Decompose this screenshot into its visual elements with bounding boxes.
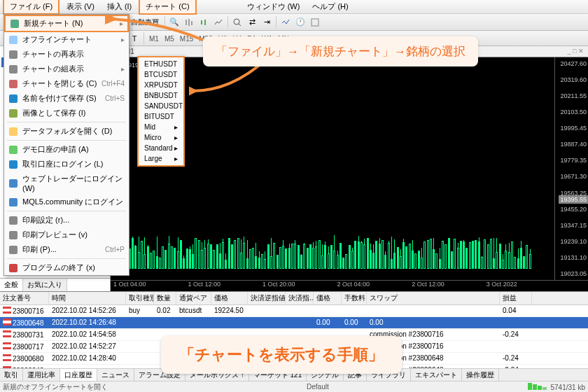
cell: 23800717: [0, 341, 49, 352]
terminal-tab[interactable]: 操作履歴: [462, 369, 499, 381]
symbol-item[interactable]: ETHUSDT: [139, 59, 183, 69]
menu-item[interactable]: 新規チャート (N)▸: [4, 15, 129, 32]
tab-favorites[interactable]: お気に入り: [23, 279, 67, 291]
menu-icon: [8, 178, 18, 188]
menu-item[interactable]: 名前を付けて保存 (S)Ctrl+S: [4, 91, 129, 106]
svg-rect-31: [533, 384, 537, 390]
symbol-item[interactable]: SANDUSDT: [139, 101, 183, 111]
column-header[interactable]: 決済逆指値(...: [248, 292, 286, 304]
menu-item[interactable]: 画像として保存 (I): [4, 106, 129, 120]
symbol-group[interactable]: Micro▸: [139, 132, 183, 143]
cell: buy: [126, 305, 154, 316]
menu-item[interactable]: 取引口座にログイン (L): [4, 157, 129, 172]
shift-icon[interactable]: ⇥: [260, 15, 274, 29]
cell: [314, 305, 342, 316]
zoom-in-button[interactable]: 🔍: [167, 15, 181, 29]
column-header[interactable]: 通貨ペア: [176, 292, 211, 304]
terminal-tab[interactable]: ニュース: [97, 369, 134, 381]
file-dropdown[interactable]: 新規チャート (N)▸オフラインチャート▸チャートの再表示チャートの組表示▸チャ…: [4, 14, 130, 276]
timeframe-M5[interactable]: M5: [162, 34, 177, 44]
column-header[interactable]: 時間: [49, 292, 126, 304]
menu-view[interactable]: 表示 (V): [61, 0, 100, 13]
cell: [211, 317, 248, 328]
menu-icon: [10, 19, 20, 29]
menu-item[interactable]: チャートの再表示: [4, 47, 129, 62]
cell: 23800731: [0, 329, 49, 340]
menu-item[interactable]: プログラムの終了 (x): [4, 260, 129, 275]
menu-chart[interactable]: チャート (C): [139, 0, 196, 15]
new-chart-submenu[interactable]: ETHUSDTBTCUSDTXRPUSDTBNBUSDTSANDUSDTBITU…: [137, 56, 185, 167]
menu-shortcut: Ctrl+F4: [102, 80, 125, 88]
menu-item[interactable]: 印刷設定 (r)...: [4, 213, 129, 227]
chart-type-line-button[interactable]: [211, 15, 225, 29]
terminal-tab[interactable]: 運用比率: [23, 369, 60, 381]
menu-icon: [8, 245, 18, 255]
cell: 0.04: [500, 305, 532, 316]
menubar: ファイル (F) 表示 (V) 挿入 (I) チャート (C) ウィンドウ (W…: [0, 0, 588, 14]
tab-general[interactable]: 全般: [0, 279, 23, 291]
label-button[interactable]: T: [127, 31, 141, 46]
period-button[interactable]: 🕐: [293, 15, 307, 29]
table-row[interactable]: 238006482022.10.02 14:26:480.000.000.00: [0, 317, 588, 329]
svg-rect-23: [3, 332, 11, 335]
menu-label: 名前を付けて保存 (S): [22, 93, 97, 104]
svg-rect-19: [3, 309, 11, 312]
column-header[interactable]: 決済指...: [286, 292, 314, 304]
terminal-tab[interactable]: 口座履歴: [60, 369, 97, 381]
x-tick: 2 Oct 04:00: [337, 281, 370, 291]
menu-label: 画像として保存 (I): [22, 108, 85, 118]
menu-label: ウェブトレーダーにログイン (W): [22, 174, 125, 192]
column-header[interactable]: 価格: [211, 292, 248, 304]
symbol-group[interactable]: Standard▸: [139, 143, 183, 153]
menu-file[interactable]: ファイル (F): [3, 0, 59, 15]
symbol-item[interactable]: BITUSDT: [139, 111, 183, 122]
column-header[interactable]: 手数料: [342, 292, 367, 304]
menu-item[interactable]: MQL5.community にログイン: [4, 195, 129, 209]
y-tick: 19671.30: [556, 173, 587, 180]
menu-item[interactable]: チャートを閉じる (C)Ctrl+F4: [4, 76, 129, 91]
menu-insert[interactable]: 挿入 (I): [102, 0, 137, 13]
menu-item[interactable]: データフォルダを開く (D): [4, 124, 129, 139]
column-header[interactable]: 価格: [314, 292, 342, 304]
indicator-button[interactable]: [279, 15, 293, 29]
chart-type-candle-button[interactable]: [197, 15, 211, 29]
symbol-item[interactable]: BNBUSDT: [139, 90, 183, 101]
symbol-item[interactable]: XRPUSDT: [139, 80, 183, 90]
column-header[interactable]: スワップ: [367, 292, 500, 304]
menu-item[interactable]: デモ口座の申請 (A): [4, 142, 129, 157]
menu-label: データフォルダを開く (D): [22, 126, 112, 136]
template-button[interactable]: [308, 15, 322, 29]
scroll-icon[interactable]: ⇄: [245, 15, 259, 29]
column-header[interactable]: 注文番号: [0, 292, 49, 304]
timeframe-M1[interactable]: M1: [146, 34, 162, 44]
zoom-out-icon[interactable]: [230, 15, 244, 29]
svg-rect-40: [9, 109, 18, 118]
terminal-tab[interactable]: エキスパート: [411, 369, 462, 381]
timeframe-M15[interactable]: M15: [177, 34, 196, 44]
table-row[interactable]: 238007162022.10.02 14:52:26buy0.02btcusd…: [0, 305, 588, 317]
menu-label: デモ口座の申請 (A): [22, 144, 89, 155]
symbol-item[interactable]: BTCUSDT: [139, 69, 183, 80]
menu-help[interactable]: ヘルプ (H): [307, 0, 354, 13]
cell: 2022.10.02 14:54:58: [49, 329, 126, 340]
y-tick: 19995.45: [556, 125, 587, 132]
column-header[interactable]: 数量: [154, 292, 176, 304]
symbol-group[interactable]: Large▸: [139, 153, 183, 164]
menu-window[interactable]: ウィンドウ (W): [241, 0, 306, 13]
menu-item[interactable]: 印刷プレビュー (v): [4, 227, 129, 242]
menu-item[interactable]: チャートの組表示▸: [4, 62, 129, 76]
cell: [126, 317, 154, 328]
symbol-group[interactable]: Mid▸: [139, 122, 183, 132]
menu-item[interactable]: 印刷 (P)...Ctrl+P: [4, 242, 129, 257]
column-header[interactable]: 取引種別: [126, 292, 154, 304]
terminal-tab[interactable]: 取引: [0, 369, 23, 381]
menu-icon: [8, 263, 18, 273]
x-tick: 1 Oct 20:00: [262, 281, 295, 291]
column-header[interactable]: 損益: [500, 292, 532, 304]
chart-type-bar-button[interactable]: [182, 15, 196, 29]
status-right: 5741/31 kb: [528, 383, 585, 391]
menu-item[interactable]: オフラインチャート▸: [4, 32, 129, 47]
cell: -0.24: [500, 353, 532, 364]
status-mid: Default: [307, 383, 329, 391]
menu-item[interactable]: ウェブトレーダーにログイン (W): [4, 172, 129, 195]
